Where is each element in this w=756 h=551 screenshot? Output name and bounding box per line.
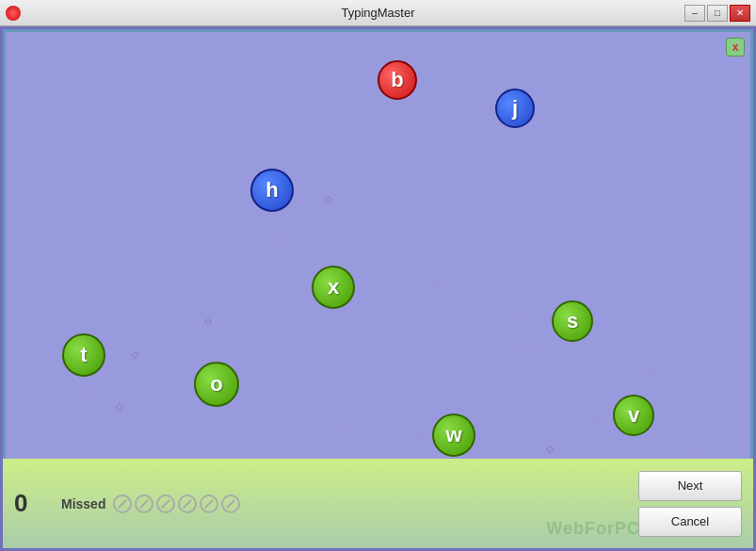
bubble-x[interactable]: x	[312, 266, 355, 309]
bottom-bar: 0 Missed WebForPC Next Cancel	[3, 459, 753, 548]
window-controls: – □ ✕	[684, 5, 750, 22]
dot-decoration	[415, 434, 421, 440]
title-bar-left	[6, 6, 21, 21]
score-display: 0	[14, 489, 52, 518]
game-close-button[interactable]: x	[726, 38, 745, 57]
window-title: TypingMaster	[0, 6, 756, 20]
missed-circles	[113, 494, 240, 513]
dot-decoration	[334, 425, 340, 430]
missed-circle	[178, 494, 197, 513]
close-button[interactable]: ✕	[730, 5, 750, 22]
dot-decoration	[692, 453, 698, 459]
dot-decoration	[524, 347, 530, 352]
bubble-v[interactable]: v	[613, 395, 654, 436]
dot-decoration	[116, 403, 123, 411]
dot-decoration	[432, 284, 438, 289]
title-bar: TypingMaster – □ ✕	[0, 0, 756, 26]
dot-decoration	[593, 417, 599, 423]
missed-circle	[113, 494, 132, 513]
bubble-b[interactable]: b	[378, 60, 417, 100]
missed-circle	[135, 494, 153, 513]
missed-section: Missed	[61, 494, 629, 513]
minimize-button[interactable]: –	[684, 5, 705, 22]
missed-circle	[221, 494, 240, 513]
watermark: WebForPC	[546, 519, 640, 539]
dot-decoration	[278, 238, 283, 244]
dot-decoration	[546, 446, 554, 453]
bubble-s[interactable]: s	[552, 300, 593, 342]
bubble-w[interactable]: w	[432, 413, 475, 457]
dot-decoration	[510, 314, 516, 319]
dot-decoration	[648, 370, 653, 376]
bubble-t[interactable]: t	[62, 333, 105, 377]
buttons-section: Next Cancel	[638, 471, 742, 537]
bubble-o[interactable]: o	[194, 362, 239, 407]
bubble-h[interactable]: h	[250, 169, 294, 212]
dot-decoration	[325, 196, 332, 203]
missed-circle	[156, 494, 175, 513]
dot-decoration	[132, 351, 139, 359]
dot-decoration	[80, 389, 86, 395]
missed-circle	[200, 494, 218, 513]
app-icon	[6, 6, 21, 21]
next-button[interactable]: Next	[638, 471, 742, 501]
maximize-button[interactable]: □	[707, 5, 728, 22]
missed-label: Missed	[61, 496, 105, 511]
game-area: x bjhxstovw	[3, 29, 753, 462]
cancel-button[interactable]: Cancel	[638, 507, 742, 537]
bubble-j[interactable]: j	[495, 89, 535, 128]
dot-decoration	[204, 318, 212, 326]
main-window: x bjhxstovw 0 Missed WebForPC Next Cance…	[0, 26, 756, 551]
